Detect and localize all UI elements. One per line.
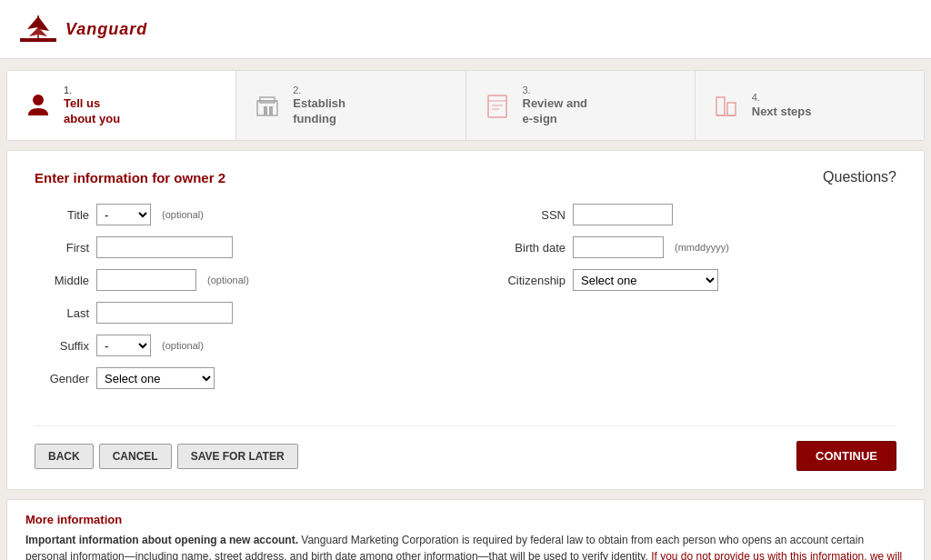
section-title: Enter information for owner 2 xyxy=(35,170,225,185)
step-4-text: 4. Next steps xyxy=(752,91,812,119)
more-info-title: More information xyxy=(25,513,906,526)
ssn-label: SSN xyxy=(493,208,566,222)
step-4: 4. Next steps xyxy=(696,71,924,140)
ssn-row: SSN xyxy=(493,204,896,225)
step-2: 2. Establishfunding xyxy=(236,71,466,140)
more-info-text: Important information about opening a ne… xyxy=(25,532,906,560)
step-3: 3. Review ande-sign xyxy=(466,71,696,140)
form-left-col: Title - Mr. Mrs. Ms. Dr. (optional) Firs… xyxy=(35,204,438,400)
citizenship-select[interactable]: Select one U.S. Citizen U.S. Resident Al… xyxy=(573,269,718,291)
gender-select[interactable]: Select one Male Female xyxy=(96,367,215,389)
suffix-label: Suffix xyxy=(35,339,89,353)
cancel-button[interactable]: CANCEL xyxy=(99,444,172,469)
birthdate-row: Birth date (mmddyyyy) xyxy=(493,236,896,258)
step-2-icon xyxy=(251,89,284,122)
birthdate-input[interactable] xyxy=(573,236,664,258)
step-1-text: 1. Tell usabout you xyxy=(64,84,120,127)
svg-marker-3 xyxy=(38,16,49,31)
gender-label: Gender xyxy=(35,372,89,385)
step-4-label: Next steps xyxy=(752,105,812,120)
vanguard-logo-text: Vanguard xyxy=(65,20,147,39)
step-1-icon xyxy=(22,89,55,122)
svg-marker-2 xyxy=(27,16,38,29)
suffix-select[interactable]: - Jr. Sr. II III xyxy=(96,335,151,356)
last-row: Last xyxy=(35,302,438,324)
main-container: 1. Tell usabout you 2. Establishfunding xyxy=(6,70,925,560)
first-row: First xyxy=(35,236,438,258)
birthdate-hint: (mmddyyyy) xyxy=(675,242,729,253)
back-button[interactable]: BACK xyxy=(35,444,94,469)
more-info-section: More information Important information a… xyxy=(6,499,925,560)
step-4-icon xyxy=(710,89,743,122)
middle-input[interactable] xyxy=(96,269,196,291)
title-select[interactable]: - Mr. Mrs. Ms. Dr. xyxy=(96,204,151,225)
title-optional: (optional) xyxy=(162,209,204,220)
middle-optional: (optional) xyxy=(207,275,249,285)
step-3-text: 3. Review ande-sign xyxy=(523,84,588,127)
step-2-label: Establishfunding xyxy=(293,96,345,127)
suffix-row: Suffix - Jr. Sr. II III (optional) xyxy=(35,335,438,356)
form-right-col: SSN Birth date (mmddyyyy) Citizenship Se… xyxy=(493,204,896,400)
step-3-label: Review ande-sign xyxy=(523,96,588,127)
gender-row: Gender Select one Male Female xyxy=(35,367,438,389)
step-3-icon xyxy=(481,89,514,122)
middle-label: Middle xyxy=(35,274,89,287)
citizenship-label: Citizenship xyxy=(493,274,566,287)
middle-row: Middle (optional) xyxy=(35,269,438,291)
step-1-num: 1. xyxy=(64,84,120,96)
save-for-later-button[interactable]: SAVE FOR LATER xyxy=(177,444,298,469)
more-info-bold: Important information about opening a ne… xyxy=(25,534,298,546)
svg-marker-4 xyxy=(29,27,38,36)
btn-group-left: BACK CANCEL SAVE FOR LATER xyxy=(35,444,298,469)
title-row: Title - Mr. Mrs. Ms. Dr. (optional) xyxy=(35,204,438,225)
citizenship-row: Citizenship Select one U.S. Citizen U.S.… xyxy=(493,269,896,291)
svg-rect-13 xyxy=(716,97,725,115)
form-columns: Title - Mr. Mrs. Ms. Dr. (optional) Firs… xyxy=(35,204,896,400)
first-input[interactable] xyxy=(96,236,233,258)
last-input[interactable] xyxy=(96,302,233,324)
header: Vanguard xyxy=(0,0,931,59)
buttons-row: BACK CANCEL SAVE FOR LATER CONTINUE xyxy=(35,425,896,471)
questions-link[interactable]: Questions? xyxy=(823,169,896,185)
section-header: Enter information for owner 2 Questions? xyxy=(35,169,896,185)
svg-point-6 xyxy=(33,95,44,105)
suffix-optional: (optional) xyxy=(162,340,204,351)
svg-rect-9 xyxy=(264,106,267,115)
first-label: First xyxy=(35,241,89,255)
last-label: Last xyxy=(35,306,89,320)
step-2-text: 2. Establishfunding xyxy=(293,84,345,127)
step-1-label: Tell usabout you xyxy=(64,96,120,127)
content-area: Enter information for owner 2 Questions?… xyxy=(6,150,925,490)
title-label: Title xyxy=(35,208,89,222)
ssn-input[interactable] xyxy=(573,204,673,225)
birthdate-label: Birth date xyxy=(493,241,566,255)
svg-rect-12 xyxy=(488,95,506,117)
svg-rect-0 xyxy=(20,38,56,42)
vanguard-logo-icon xyxy=(18,11,58,47)
step-2-num: 2. xyxy=(293,84,345,96)
step-4-num: 4. xyxy=(752,91,812,104)
step-3-num: 3. xyxy=(523,84,588,96)
steps-bar: 1. Tell usabout you 2. Establishfunding xyxy=(6,70,925,141)
svg-rect-8 xyxy=(260,97,275,103)
svg-rect-14 xyxy=(727,103,736,115)
continue-button[interactable]: CONTINUE xyxy=(796,441,896,471)
step-1: 1. Tell usabout you xyxy=(7,71,236,140)
svg-rect-10 xyxy=(269,106,273,115)
